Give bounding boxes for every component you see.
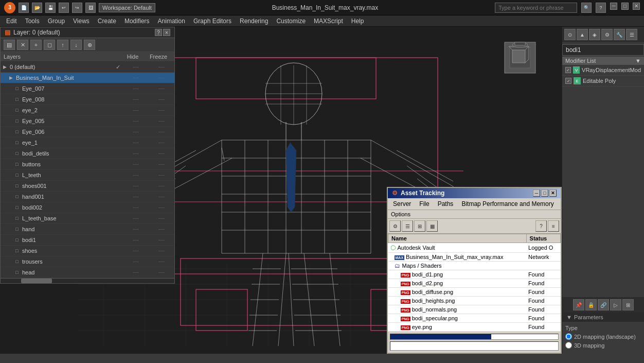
layer-item[interactable]: ▶ 0 (default) ✓ ---- ---- bbox=[1, 62, 174, 73]
modifier-list-arrow[interactable]: ▼ bbox=[635, 58, 641, 64]
asset-menu-bitmap[interactable]: Bitmap Performance and Memory bbox=[457, 199, 558, 209]
layer-item[interactable]: □ Eye_006 ---- ---- bbox=[1, 127, 174, 137]
minimize-btn[interactable]: ─ bbox=[610, 3, 617, 10]
menu-edit[interactable]: Edit bbox=[2, 16, 21, 26]
layers-scrollbar[interactable] bbox=[1, 278, 174, 283]
type-3d-row[interactable]: 3D mapping bbox=[565, 342, 641, 349]
layer-item[interactable]: □ L_teeth ---- ---- bbox=[1, 170, 174, 181]
asset-table-row[interactable]: PNGeye.png Found bbox=[388, 323, 561, 332]
redo-btn[interactable]: ↪ bbox=[72, 3, 82, 13]
viewport[interactable]: [ + ] [Perspective] [Shaded + Edged Face… bbox=[0, 27, 562, 354]
asset-menu-paths[interactable]: Paths bbox=[434, 199, 458, 209]
asset-menu-file[interactable]: File bbox=[415, 199, 433, 209]
layer-item[interactable]: □ L_teeth_base ---- ---- bbox=[1, 213, 174, 224]
modifier-anim-btn[interactable]: ▷ bbox=[610, 299, 621, 310]
asset-tool-btn-3[interactable]: ⊞ bbox=[414, 220, 425, 232]
layer-item[interactable]: □ bodi_detils ---- ---- bbox=[1, 148, 174, 159]
asset-table-row[interactable]: PNGbodi_normals.png Found bbox=[388, 305, 561, 314]
maximize-btn[interactable]: □ bbox=[621, 3, 629, 10]
right-btn-1[interactable]: ⊙ bbox=[564, 29, 576, 40]
right-btn-3[interactable]: ◈ bbox=[589, 29, 600, 40]
layer-item[interactable]: □ head ---- ---- bbox=[1, 267, 174, 278]
layer-item[interactable]: □ buttons ---- ---- bbox=[1, 159, 174, 170]
layers-help-btn[interactable]: ? bbox=[155, 29, 162, 36]
asset-table-container[interactable]: Name Status ⬡Autodesk Vault Logged O MAX… bbox=[388, 234, 561, 332]
workspace-selector[interactable]: Workspace: Default bbox=[99, 3, 155, 12]
type-2d-row[interactable]: 2D mapping (landscape) bbox=[565, 333, 641, 340]
asset-tool-btn-4[interactable]: ▦ bbox=[426, 220, 438, 232]
modifier-checkbox[interactable]: ✓ bbox=[565, 78, 571, 84]
layer-item[interactable]: □ hand ---- ---- bbox=[1, 224, 174, 235]
layers-close-btn[interactable]: × bbox=[163, 29, 170, 36]
open-btn[interactable]: 📂 bbox=[32, 3, 42, 13]
asset-table-row[interactable]: PNGbodi_diffuse.png Found bbox=[388, 288, 561, 297]
search-btn[interactable]: 🔍 bbox=[581, 3, 592, 13]
asset-maximize-btn[interactable]: □ bbox=[541, 189, 548, 197]
layer-item[interactable]: □ bodi1 ---- ---- bbox=[1, 235, 174, 246]
layer-item[interactable]: ▶ Business_Man_In_Suit ---- ---- bbox=[1, 73, 174, 83]
layer-item[interactable]: □ bodi002 ---- ---- bbox=[1, 202, 174, 213]
close-btn[interactable]: ✕ bbox=[633, 3, 640, 10]
modifier-link-btn[interactable]: 🔗 bbox=[598, 299, 609, 310]
search-input[interactable] bbox=[495, 3, 577, 13]
modifier-grid-btn[interactable]: ⊞ bbox=[622, 299, 634, 310]
menu-graph-editors[interactable]: Graph Editors bbox=[189, 16, 236, 26]
right-btn-6[interactable]: ☰ bbox=[626, 29, 637, 40]
menu-help[interactable]: Help bbox=[347, 16, 368, 26]
layer-item[interactable]: □ Eye_005 ---- ---- bbox=[1, 116, 174, 127]
right-btn-4[interactable]: ⚙ bbox=[601, 29, 613, 40]
modifier-lock-btn[interactable]: 🔒 bbox=[585, 299, 597, 310]
asset-minimize-btn[interactable]: ─ bbox=[533, 189, 540, 197]
modifier-pin-btn[interactable]: 📌 bbox=[573, 299, 584, 310]
layer-select-btn[interactable]: ◻ bbox=[44, 40, 55, 50]
layer-item[interactable]: □ trousers ---- ---- bbox=[1, 256, 174, 267]
layer-delete-btn[interactable]: ✕ bbox=[17, 40, 28, 50]
asset-table-row[interactable]: PNGbodi_heights.png Found bbox=[388, 297, 561, 305]
save-btn[interactable]: 💾 bbox=[45, 3, 56, 13]
menu-rendering[interactable]: Rendering bbox=[236, 16, 272, 26]
layer-item[interactable]: □ Eye_007 ---- ---- bbox=[1, 83, 174, 94]
menu-modifiers[interactable]: Modifiers bbox=[120, 16, 154, 26]
asset-menu-options-label[interactable]: Options bbox=[391, 211, 410, 217]
menu-create[interactable]: Create bbox=[94, 16, 120, 26]
asset-table-row[interactable]: PNGbodi_specular.png Found bbox=[388, 314, 561, 323]
modifier-entry[interactable]: ✓ E Editable Poly bbox=[562, 76, 644, 87]
asset-tool-btn-2[interactable]: ☰ bbox=[402, 220, 413, 232]
asset-path-input[interactable] bbox=[390, 341, 559, 351]
asset-help-tool-btn[interactable]: ? bbox=[535, 220, 547, 232]
type-3d-radio[interactable] bbox=[565, 342, 572, 349]
asset-settings-tool-btn[interactable]: ≡ bbox=[548, 220, 559, 232]
menu-animation[interactable]: Animation bbox=[154, 16, 189, 26]
menu-customize[interactable]: Customize bbox=[272, 16, 310, 26]
type-2d-radio[interactable] bbox=[565, 333, 572, 340]
layer-copy-btn[interactable]: ⊕ bbox=[84, 40, 95, 50]
asset-tool-btn-1[interactable]: ⚙ bbox=[389, 220, 401, 232]
layer-down-btn[interactable]: ↓ bbox=[70, 40, 82, 50]
layer-item[interactable]: □ eye_1 ---- ---- bbox=[1, 137, 174, 148]
menu-views[interactable]: Views bbox=[69, 16, 94, 26]
asset-menu-server[interactable]: Server bbox=[389, 199, 415, 209]
layer-icon-btn[interactable]: ▤ bbox=[4, 40, 15, 50]
layer-item[interactable]: □ shoes ---- ---- bbox=[1, 246, 174, 256]
new-btn[interactable]: 📄 bbox=[19, 3, 29, 13]
layer-item[interactable]: □ shoes001 ---- ---- bbox=[1, 181, 174, 192]
asset-table-row[interactable]: MAXBusiness_Man_In_Suit_max_vray.max Net… bbox=[388, 253, 561, 262]
layer-item[interactable]: □ Eye_008 ---- ---- bbox=[1, 94, 174, 105]
right-btn-2[interactable]: ▲ bbox=[577, 29, 588, 40]
asset-close-btn[interactable]: ✕ bbox=[549, 189, 557, 197]
menu-group[interactable]: Group bbox=[44, 16, 69, 26]
undo-btn[interactable]: ↩ bbox=[59, 3, 69, 13]
modifier-checkbox[interactable]: ✓ bbox=[565, 67, 571, 73]
object-name-field[interactable] bbox=[562, 44, 644, 56]
modifier-entry[interactable]: ✓ V VRayDisplacementMod bbox=[562, 65, 644, 76]
layer-add-btn[interactable]: + bbox=[30, 40, 42, 50]
layer-move-btn[interactable]: ↑ bbox=[57, 40, 68, 50]
render-preview[interactable]: 🖼 bbox=[85, 3, 96, 13]
layer-item[interactable]: □ hand001 ---- ---- bbox=[1, 192, 174, 202]
asset-table-row[interactable]: PNGbodi_d2.png Found bbox=[388, 279, 561, 288]
help-btn[interactable]: ? bbox=[596, 3, 606, 13]
menu-maxscript[interactable]: MAXScript bbox=[310, 16, 347, 26]
menu-tools[interactable]: Tools bbox=[21, 16, 44, 26]
asset-table-row[interactable]: ⬡Autodesk Vault Logged O bbox=[388, 243, 561, 253]
asset-table-row[interactable]: 🗂Maps / Shaders bbox=[388, 262, 561, 270]
